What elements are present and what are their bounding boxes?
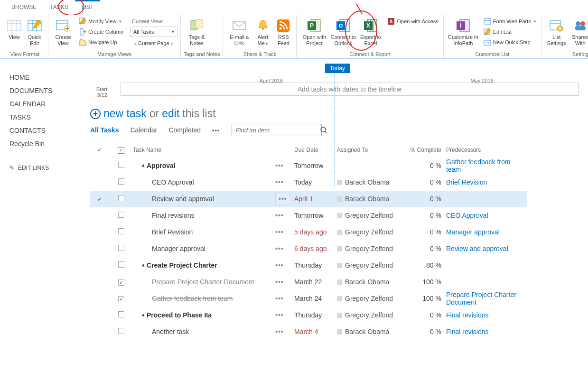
assignee[interactable]: Gregory Zelfond	[337, 245, 408, 252]
row-complete-checkbox[interactable]	[118, 245, 124, 251]
task-name[interactable]: Proceed to Phase IIa	[133, 311, 212, 319]
navigate-up-button[interactable]: Navigate Up	[77, 37, 125, 47]
list-settings-button[interactable]: List Settings	[544, 16, 569, 46]
row-menu-button[interactable]: •••	[275, 261, 284, 269]
row-menu-button[interactable]: •••	[275, 162, 284, 169]
task-name[interactable]: CEO Approval	[133, 178, 194, 186]
row-menu-button[interactable]: •••	[275, 311, 284, 319]
row-complete-checkbox[interactable]	[118, 228, 124, 234]
row-complete-checkbox[interactable]	[118, 212, 124, 218]
row-menu-button[interactable]: •••	[275, 328, 284, 335]
search-input[interactable]	[232, 127, 320, 134]
header-percent-complete[interactable]: % Complete	[408, 147, 446, 154]
row-complete-checkbox[interactable]	[118, 311, 124, 317]
row-menu-button[interactable]: •••	[275, 245, 284, 252]
task-name[interactable]: Another task	[133, 328, 189, 335]
row-menu-button[interactable]: •••	[275, 193, 290, 205]
alert-me-button[interactable]: Alert Me ▾	[252, 16, 273, 46]
shared-with-button[interactable]: Shared With	[569, 16, 588, 46]
row-complete-checkbox[interactable]	[118, 162, 124, 168]
task-name[interactable]: Create Project Charter	[133, 261, 217, 269]
search-icon[interactable]	[320, 126, 327, 134]
view-button[interactable]: View	[5, 16, 24, 40]
expand-icon[interactable]	[141, 264, 146, 268]
table-row[interactable]: Approval•••Tomorrow0 %Gather feedback fr…	[90, 158, 527, 174]
predecessor-link[interactable]: CEO Approval	[446, 212, 488, 219]
add-icon[interactable]: +	[90, 109, 101, 119]
row-complete-checkbox[interactable]	[118, 195, 124, 201]
nav-documents[interactable]: DOCUMENTS	[9, 84, 90, 97]
email-link-button[interactable]: E-mail a Link	[226, 16, 252, 46]
create-view-button[interactable]: Create View	[51, 16, 75, 46]
assignee[interactable]: Barack Obama	[337, 328, 408, 335]
edit-list-link[interactable]: edit	[162, 107, 179, 120]
table-row[interactable]: ✓Review and approval•••April 1Barack Oba…	[90, 191, 527, 207]
assignee[interactable]: Gregory Zelfond	[337, 228, 408, 236]
tab-tasks[interactable]: TASKS	[43, 0, 75, 15]
expand-icon[interactable]	[141, 314, 146, 318]
predecessor-link[interactable]: Final revisions	[446, 311, 488, 319]
new-task-link[interactable]: new task	[103, 107, 147, 120]
view-completed[interactable]: Completed	[168, 126, 201, 134]
task-name[interactable]: Prepare Project Charter Document	[133, 278, 254, 286]
header-due-date[interactable]: Due Date	[294, 147, 337, 154]
table-row[interactable]: Another task•••March 4Barack Obama0 %Fin…	[90, 324, 527, 340]
edit-list-button[interactable]: Edit List	[482, 27, 538, 37]
table-row[interactable]: ✓Gather feedback from team•••March 24Gre…	[90, 290, 527, 307]
assignee[interactable]: Gregory Zelfond	[337, 295, 408, 302]
assignee[interactable]: Gregory Zelfond	[337, 261, 408, 269]
search-box[interactable]	[232, 124, 322, 136]
row-complete-checkbox[interactable]: ✓	[118, 279, 124, 286]
open-with-access-button[interactable]: AOpen with Access	[385, 16, 440, 27]
export-to-excel-button[interactable]: X Export to Excel	[357, 16, 383, 46]
row-complete-checkbox[interactable]: ✓	[118, 296, 124, 302]
row-complete-checkbox[interactable]	[118, 328, 124, 334]
nav-home[interactable]: HOME	[9, 71, 90, 84]
table-row[interactable]: Create Project Charter•••ThursdayGregory…	[90, 257, 527, 274]
predecessor-link[interactable]: Manager approval	[446, 228, 500, 236]
assignee[interactable]: Barack Obama	[337, 195, 408, 203]
table-row[interactable]: Final revisions•••TomorrowGregory Zelfon…	[90, 207, 527, 224]
table-row[interactable]: Brief Revision•••5 days agoGregory Zelfo…	[90, 224, 527, 241]
rss-feed-button[interactable]: RSS Feed	[273, 16, 293, 46]
open-with-project-button[interactable]: P Open with Project	[299, 16, 329, 46]
header-predecessors[interactable]: Predecessors	[446, 147, 527, 154]
task-name[interactable]: Manager approval	[133, 245, 205, 252]
quick-edit-button[interactable]: Quick Edit	[24, 16, 45, 46]
row-menu-button[interactable]: •••	[275, 278, 284, 286]
task-name[interactable]: Brief Revision	[133, 228, 193, 236]
modify-view-button[interactable]: Modify View▾	[77, 16, 125, 27]
row-menu-button[interactable]: •••	[275, 212, 284, 219]
assignee[interactable]: Gregory Zelfond	[337, 212, 408, 219]
task-name[interactable]: Final revisions	[133, 212, 194, 219]
nav-contacts[interactable]: CONTACTS	[9, 124, 90, 137]
row-menu-button[interactable]: •••	[275, 295, 284, 302]
connect-to-outlook-button[interactable]: O Connect to Outlook	[329, 16, 357, 46]
row-menu-button[interactable]: •••	[275, 178, 284, 186]
expand-icon[interactable]	[141, 164, 146, 168]
edit-links[interactable]: ✎EDIT LINKS	[9, 165, 90, 171]
predecessor-link[interactable]: Review and approval	[446, 245, 508, 252]
table-row[interactable]: ✓Prepare Project Charter Document•••Marc…	[90, 274, 527, 290]
new-quick-step-button[interactable]: New Quick Step	[482, 37, 538, 47]
predecessor-link[interactable]: Final revisions	[446, 328, 488, 335]
nav-tasks[interactable]: TASKS	[9, 111, 90, 124]
predecessor-link[interactable]: Gather feedback from team	[446, 158, 510, 173]
table-row[interactable]: Manager approval•••6 days agoGregory Zel…	[90, 241, 527, 257]
nav-recycle-bin[interactable]: Recycle Bin	[9, 137, 90, 150]
assignee[interactable]: Gregory Zelfond	[337, 311, 408, 319]
view-calendar[interactable]: Calendar	[130, 126, 157, 134]
form-web-parts-button[interactable]: Form Web Parts▾	[482, 16, 538, 27]
task-name[interactable]: Approval	[133, 162, 176, 169]
task-name[interactable]: Review and approval	[133, 195, 214, 203]
row-menu-button[interactable]: •••	[275, 228, 284, 236]
nav-calendar[interactable]: CALENDAR	[9, 97, 90, 111]
timeline-drop-area[interactable]: Add tasks with dates to the timeline	[121, 83, 579, 96]
tags-notes-button[interactable]: Tags & Notes	[184, 16, 210, 46]
tab-browse[interactable]: BROWSE	[5, 0, 43, 15]
current-view-dropdown[interactable]: All Tasks▾	[130, 27, 177, 37]
header-task-name[interactable]: Task Name	[133, 147, 275, 154]
table-row[interactable]: Proceed to Phase IIa•••ThursdayGregory Z…	[90, 307, 527, 324]
customize-infopath-button[interactable]: I Customize in InfoPath	[447, 16, 480, 46]
current-page-pager[interactable]: ◂Current Page▸	[130, 38, 177, 48]
